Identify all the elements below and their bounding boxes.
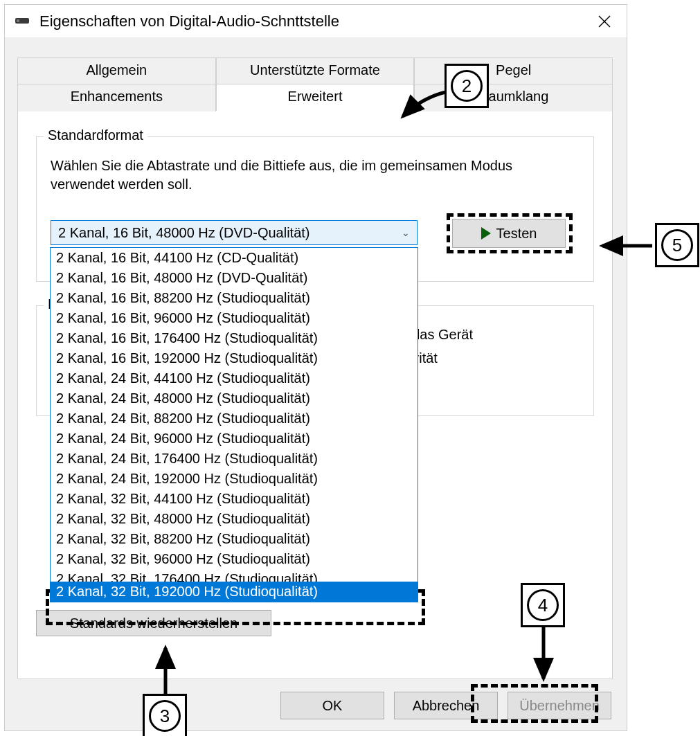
dropdown-item[interactable]: 2 Kanal, 32 Bit, 48000 Hz (Studioqualitä… xyxy=(51,509,418,529)
dropdown-item[interactable]: 2 Kanal, 16 Bit, 176400 Hz (Studioqualit… xyxy=(51,328,418,348)
dialog-button-row: OK Abbrechen Übernehmen xyxy=(5,692,627,719)
dropdown-item[interactable]: 2 Kanal, 16 Bit, 48000 Hz (DVD-Qualität) xyxy=(51,268,418,288)
apply-button[interactable]: Übernehmen xyxy=(508,692,611,719)
annotation-marker-2: 2 xyxy=(445,64,489,108)
tab-erweitert[interactable]: Erweitert xyxy=(216,84,415,111)
annotation-marker-4: 4 xyxy=(521,583,565,627)
dropdown-item[interactable]: 2 Kanal, 16 Bit, 96000 Hz (Studioqualitä… xyxy=(51,308,418,328)
dropdown-item[interactable]: 2 Kanal, 24 Bit, 48000 Hz (Studioqualitä… xyxy=(51,388,418,409)
close-button[interactable] xyxy=(591,8,618,35)
cancel-button[interactable]: Abbrechen xyxy=(394,692,498,719)
audio-device-icon xyxy=(15,13,31,30)
tab-enhancements[interactable]: Enhancements xyxy=(17,84,216,111)
titlebar: Eigenschaften von Digital-Audio-Schnttst… xyxy=(5,5,627,38)
test-button[interactable]: Testen xyxy=(452,219,566,248)
group-standardformat-title: Standardformat xyxy=(44,127,147,143)
format-combobox-value: 2 Kanal, 16 Bit, 48000 Hz (DVD-Qualität) xyxy=(58,225,310,241)
window-title: Eigenschaften von Digital-Audio-Schnttst… xyxy=(39,12,591,30)
tab-formate[interactable]: Unterstützte Formate xyxy=(216,57,415,84)
dropdown-item[interactable]: 2 Kanal, 16 Bit, 88200 Hz (Studioqualitä… xyxy=(51,288,418,308)
ok-button[interactable]: OK xyxy=(280,692,384,719)
test-button-label: Testen xyxy=(496,226,537,242)
dropdown-item[interactable]: 2 Kanal, 32 Bit, 176400 Hz (Studioqualit… xyxy=(51,569,418,582)
dropdown-item[interactable]: 2 Kanal, 32 Bit, 88200 Hz (Studioqualitä… xyxy=(51,529,418,549)
tab-control: Allgemein Unterstützte Formate Pegel Enh… xyxy=(17,57,613,674)
dropdown-item[interactable]: 2 Kanal, 24 Bit, 192000 Hz (Studioqualit… xyxy=(51,469,418,489)
dropdown-item[interactable]: 2 Kanal, 32 Bit, 96000 Hz (Studioqualitä… xyxy=(51,549,418,569)
svg-rect-1 xyxy=(17,19,19,22)
dropdown-item[interactable]: 2 Kanal, 16 Bit, 192000 Hz (Studioqualit… xyxy=(51,348,418,368)
dropdown-item[interactable]: 2 Kanal, 24 Bit, 176400 Hz (Studioqualit… xyxy=(51,449,418,469)
format-dropdown-list[interactable]: 2 Kanal, 16 Bit, 44100 Hz (CD-Qualität)2… xyxy=(50,247,418,602)
annotation-marker-5: 5 xyxy=(655,223,699,267)
dropdown-item[interactable]: 2 Kanal, 24 Bit, 96000 Hz (Studioqualitä… xyxy=(51,429,418,449)
dropdown-item[interactable]: 2 Kanal, 24 Bit, 88200 Hz (Studioqualitä… xyxy=(51,409,418,429)
play-icon xyxy=(481,227,491,240)
restore-defaults-button[interactable]: Standards wiederherstellen xyxy=(36,610,271,636)
dropdown-item[interactable]: 2 Kanal, 32 Bit, 192000 Hz (Studioqualit… xyxy=(51,582,418,602)
format-combobox[interactable]: 2 Kanal, 16 Bit, 48000 Hz (DVD-Qualität)… xyxy=(51,220,418,245)
dropdown-item[interactable]: 2 Kanal, 16 Bit, 44100 Hz (CD-Qualität) xyxy=(51,248,418,268)
format-description: Wählen Sie die Abtastrate und die Bittie… xyxy=(51,156,580,194)
restore-defaults-label: Standards wiederherstellen xyxy=(70,616,237,631)
tab-allgemein[interactable]: Allgemein xyxy=(17,57,216,84)
dropdown-item[interactable]: 2 Kanal, 24 Bit, 44100 Hz (Studioqualitä… xyxy=(51,368,418,388)
dropdown-item[interactable]: 2 Kanal, 32 Bit, 44100 Hz (Studioqualitä… xyxy=(51,489,418,509)
chevron-down-icon: ⌄ xyxy=(402,227,410,238)
annotation-marker-3: 3 xyxy=(143,694,187,736)
